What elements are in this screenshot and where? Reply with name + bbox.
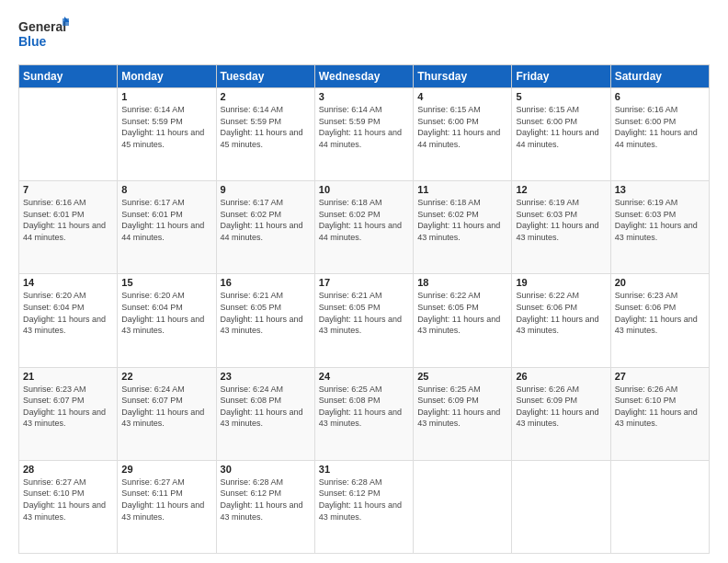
calendar-week-3: 14Sunrise: 6:20 AM Sunset: 6:04 PM Dayli… — [19, 274, 710, 367]
calendar-cell-w4-d5: 25Sunrise: 6:25 AM Sunset: 6:09 PM Dayli… — [414, 367, 512, 460]
calendar-cell-w5-d5 — [414, 460, 512, 553]
calendar-cell-w4-d2: 22Sunrise: 6:24 AM Sunset: 6:07 PM Dayli… — [118, 367, 216, 460]
day-number: 25 — [417, 371, 507, 382]
calendar-cell-w5-d4: 31Sunrise: 6:28 AM Sunset: 6:12 PM Dayli… — [314, 460, 413, 553]
day-number: 1 — [121, 91, 211, 102]
calendar-cell-w4-d4: 24Sunrise: 6:25 AM Sunset: 6:08 PM Dayli… — [314, 367, 413, 460]
day-number: 2 — [221, 91, 311, 102]
calendar-week-1: 1Sunrise: 6:14 AM Sunset: 5:59 PM Daylig… — [19, 88, 710, 181]
day-info: Sunrise: 6:23 AM Sunset: 6:06 PM Dayligh… — [615, 290, 705, 336]
day-info: Sunrise: 6:21 AM Sunset: 6:05 PM Dayligh… — [319, 290, 409, 336]
svg-text:Blue: Blue — [18, 34, 47, 49]
day-info: Sunrise: 6:17 AM Sunset: 6:02 PM Dayligh… — [221, 197, 311, 243]
calendar-cell-w4-d3: 23Sunrise: 6:24 AM Sunset: 6:08 PM Dayli… — [216, 367, 314, 460]
calendar-cell-w5-d1: 28Sunrise: 6:27 AM Sunset: 6:10 PM Dayli… — [19, 460, 118, 553]
header-monday: Monday — [118, 65, 216, 88]
svg-text:General: General — [18, 19, 66, 34]
day-info: Sunrise: 6:20 AM Sunset: 6:04 PM Dayligh… — [121, 290, 211, 336]
day-info: Sunrise: 6:24 AM Sunset: 6:07 PM Dayligh… — [121, 384, 211, 430]
day-number: 4 — [417, 91, 507, 102]
day-number: 6 — [615, 91, 705, 102]
calendar-cell-w3-d5: 18Sunrise: 6:22 AM Sunset: 6:05 PM Dayli… — [414, 274, 512, 367]
calendar-cell-w3-d1: 14Sunrise: 6:20 AM Sunset: 6:04 PM Dayli… — [19, 274, 118, 367]
calendar-cell-w3-d4: 17Sunrise: 6:21 AM Sunset: 6:05 PM Dayli… — [314, 274, 413, 367]
calendar-week-5: 28Sunrise: 6:27 AM Sunset: 6:10 PM Dayli… — [19, 460, 710, 553]
calendar-cell-w1-d4: 3Sunrise: 6:14 AM Sunset: 5:59 PM Daylig… — [314, 88, 413, 181]
day-info: Sunrise: 6:16 AM Sunset: 6:01 PM Dayligh… — [23, 197, 113, 243]
calendar-cell-w2-d7: 13Sunrise: 6:19 AM Sunset: 6:03 PM Dayli… — [610, 181, 709, 274]
day-info: Sunrise: 6:28 AM Sunset: 6:12 PM Dayligh… — [319, 477, 409, 523]
day-number: 30 — [221, 464, 311, 475]
day-info: Sunrise: 6:14 AM Sunset: 5:59 PM Dayligh… — [121, 104, 211, 150]
day-number: 7 — [23, 184, 113, 195]
logo-svg: General Blue — [18, 17, 69, 55]
day-info: Sunrise: 6:27 AM Sunset: 6:10 PM Dayligh… — [23, 477, 113, 523]
day-number: 12 — [516, 184, 606, 195]
day-info: Sunrise: 6:18 AM Sunset: 6:02 PM Dayligh… — [319, 197, 409, 243]
day-info: Sunrise: 6:20 AM Sunset: 6:04 PM Dayligh… — [23, 290, 113, 336]
day-number: 23 — [221, 371, 311, 382]
day-info: Sunrise: 6:14 AM Sunset: 5:59 PM Dayligh… — [319, 104, 409, 150]
day-number: 17 — [319, 277, 409, 288]
header-tuesday: Tuesday — [216, 65, 314, 88]
calendar-table: SundayMondayTuesdayWednesdayThursdayFrid… — [18, 64, 710, 554]
day-number: 13 — [615, 184, 705, 195]
day-info: Sunrise: 6:28 AM Sunset: 6:12 PM Dayligh… — [221, 477, 311, 523]
calendar-cell-w3-d2: 15Sunrise: 6:20 AM Sunset: 6:04 PM Dayli… — [118, 274, 216, 367]
day-info: Sunrise: 6:23 AM Sunset: 6:07 PM Dayligh… — [23, 384, 113, 430]
calendar-cell-w3-d3: 16Sunrise: 6:21 AM Sunset: 6:05 PM Dayli… — [216, 274, 314, 367]
calendar-cell-w5-d6 — [512, 460, 610, 553]
calendar-cell-w3-d7: 20Sunrise: 6:23 AM Sunset: 6:06 PM Dayli… — [610, 274, 709, 367]
calendar-cell-w2-d3: 9Sunrise: 6:17 AM Sunset: 6:02 PM Daylig… — [216, 181, 314, 274]
day-info: Sunrise: 6:18 AM Sunset: 6:02 PM Dayligh… — [417, 197, 507, 243]
day-number: 9 — [221, 184, 311, 195]
header-friday: Friday — [512, 65, 610, 88]
calendar-cell-w1-d7: 6Sunrise: 6:16 AM Sunset: 6:00 PM Daylig… — [610, 88, 709, 181]
day-info: Sunrise: 6:19 AM Sunset: 6:03 PM Dayligh… — [615, 197, 705, 243]
header-wednesday: Wednesday — [314, 65, 413, 88]
header-thursday: Thursday — [414, 65, 512, 88]
day-number: 18 — [417, 277, 507, 288]
day-info: Sunrise: 6:26 AM Sunset: 6:09 PM Dayligh… — [516, 384, 606, 430]
day-number: 21 — [23, 371, 113, 382]
calendar-cell-w1-d5: 4Sunrise: 6:15 AM Sunset: 6:00 PM Daylig… — [414, 88, 512, 181]
day-number: 15 — [121, 277, 211, 288]
calendar-header-row: SundayMondayTuesdayWednesdayThursdayFrid… — [19, 65, 710, 88]
day-number: 28 — [23, 464, 113, 475]
day-info: Sunrise: 6:19 AM Sunset: 6:03 PM Dayligh… — [516, 197, 606, 243]
calendar-cell-w4-d6: 26Sunrise: 6:26 AM Sunset: 6:09 PM Dayli… — [512, 367, 610, 460]
day-info: Sunrise: 6:15 AM Sunset: 6:00 PM Dayligh… — [417, 104, 507, 150]
day-number: 27 — [615, 371, 705, 382]
day-info: Sunrise: 6:22 AM Sunset: 6:06 PM Dayligh… — [516, 290, 606, 336]
calendar-cell-w2-d1: 7Sunrise: 6:16 AM Sunset: 6:01 PM Daylig… — [19, 181, 118, 274]
calendar-cell-w5-d3: 30Sunrise: 6:28 AM Sunset: 6:12 PM Dayli… — [216, 460, 314, 553]
calendar-cell-w5-d7 — [610, 460, 709, 553]
header-sunday: Sunday — [19, 65, 118, 88]
calendar-cell-w1-d1 — [19, 88, 118, 181]
calendar-cell-w1-d2: 1Sunrise: 6:14 AM Sunset: 5:59 PM Daylig… — [118, 88, 216, 181]
day-info: Sunrise: 6:25 AM Sunset: 6:09 PM Dayligh… — [417, 384, 507, 430]
calendar-cell-w3-d6: 19Sunrise: 6:22 AM Sunset: 6:06 PM Dayli… — [512, 274, 610, 367]
day-info: Sunrise: 6:26 AM Sunset: 6:10 PM Dayligh… — [615, 384, 705, 430]
day-number: 24 — [319, 371, 409, 382]
calendar-cell-w2-d4: 10Sunrise: 6:18 AM Sunset: 6:02 PM Dayli… — [314, 181, 413, 274]
calendar-cell-w1-d6: 5Sunrise: 6:15 AM Sunset: 6:00 PM Daylig… — [512, 88, 610, 181]
day-info: Sunrise: 6:15 AM Sunset: 6:00 PM Dayligh… — [516, 104, 606, 150]
day-info: Sunrise: 6:17 AM Sunset: 6:01 PM Dayligh… — [121, 197, 211, 243]
day-number: 8 — [121, 184, 211, 195]
calendar-week-2: 7Sunrise: 6:16 AM Sunset: 6:01 PM Daylig… — [19, 181, 710, 274]
calendar-week-4: 21Sunrise: 6:23 AM Sunset: 6:07 PM Dayli… — [19, 367, 710, 460]
day-info: Sunrise: 6:14 AM Sunset: 5:59 PM Dayligh… — [221, 104, 311, 150]
logo: General Blue — [18, 17, 69, 55]
day-info: Sunrise: 6:25 AM Sunset: 6:08 PM Dayligh… — [319, 384, 409, 430]
day-number: 10 — [319, 184, 409, 195]
day-number: 5 — [516, 91, 606, 102]
day-number: 29 — [121, 464, 211, 475]
calendar-cell-w5-d2: 29Sunrise: 6:27 AM Sunset: 6:11 PM Dayli… — [118, 460, 216, 553]
day-number: 19 — [516, 277, 606, 288]
calendar-cell-w2-d5: 11Sunrise: 6:18 AM Sunset: 6:02 PM Dayli… — [414, 181, 512, 274]
calendar-cell-w4-d1: 21Sunrise: 6:23 AM Sunset: 6:07 PM Dayli… — [19, 367, 118, 460]
calendar-cell-w1-d3: 2Sunrise: 6:14 AM Sunset: 5:59 PM Daylig… — [216, 88, 314, 181]
page: General Blue SundayMondayTuesdayWednesda… — [0, 0, 728, 563]
day-number: 16 — [221, 277, 311, 288]
